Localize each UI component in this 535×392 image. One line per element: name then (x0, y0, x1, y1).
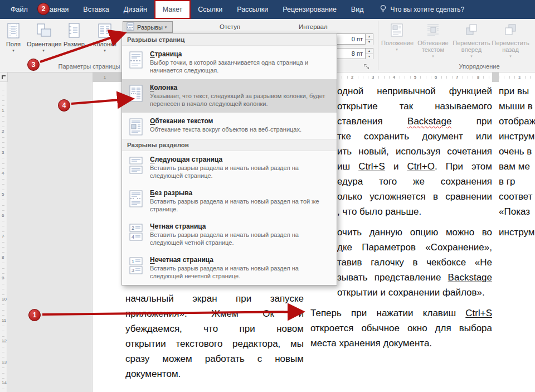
menu-item-title: Следующая страница (150, 156, 331, 163)
text-line: инструм (499, 129, 535, 144)
ruler-number: 5 (414, 75, 416, 80)
ruler-number: 11 (2, 318, 6, 323)
text-column-1: начальный экран при запускеприложения». … (125, 291, 304, 381)
menu-item-title: Страница (150, 50, 331, 58)
menu-item-text-wrapping-break[interactable]: Обтекание текстом Обтекание текста вокру… (122, 113, 337, 139)
breaks-menu: Разрывы страниц Страница Выбор точки, в … (121, 33, 337, 285)
menu-item-next-page-section[interactable]: Следующая страница Вставить разрыв разде… (122, 151, 337, 185)
odd-page-section-icon: 13 (127, 257, 145, 275)
tab-mailings[interactable]: Рассылки (230, 0, 275, 19)
menu-item-page-break[interactable]: Страница Выбор точки, в которой заканчив… (122, 46, 337, 79)
menu-section-header-section-breaks: Разрывы разделов (122, 139, 337, 151)
send-backward-button[interactable]: Переместить назад ▾ (492, 21, 529, 64)
tab-review[interactable]: Рецензирование (275, 0, 344, 19)
text-line: ить новый, используя сочетания (337, 144, 492, 159)
dropdown-caret-icon: ▾ (1, 49, 26, 52)
spin-down-button[interactable]: ▾ (366, 54, 373, 59)
spin-up-button[interactable]: ▴ (366, 34, 373, 39)
spin-down-button[interactable]: ▾ (366, 39, 373, 45)
columns-icon (88, 22, 121, 39)
even-page-section-icon: 24 (127, 223, 145, 242)
ruler-number: 1 (518, 75, 521, 80)
menu-item-column-break[interactable]: Колонка Указывает, что текст, следующий … (122, 79, 337, 113)
text-line: инструм (499, 225, 535, 240)
text-line: соответ (499, 189, 535, 204)
text-line: тавив галочку в чекбоксе «Не (337, 255, 492, 270)
text-line: зывать представление Backstage (337, 270, 492, 285)
text-column-2-lower: Теперь при нажатии клавиш Ctrl+Sоткроетс… (310, 306, 492, 351)
menu-item-odd-page-section[interactable]: 13 Нечетная страница Вставить разрыв раз… (122, 251, 337, 285)
text-line: документом. (125, 366, 304, 381)
ruler-number: 3 (372, 75, 374, 80)
menu-item-title: Нечетная страница (150, 256, 331, 264)
tell-me-box[interactable]: Что вы хотите сделать? (380, 0, 464, 19)
menu-item-title: Колонка (150, 84, 331, 91)
ruler-number: 7 (456, 75, 458, 80)
dropdown-caret-icon: ▾ (492, 54, 529, 58)
page-break-icon (126, 22, 135, 32)
text-line: убеждаемся, что при новом (125, 321, 304, 336)
tab-stop-selector-icon[interactable] (2, 75, 6, 79)
dropdown-caret-icon: ▾ (381, 47, 412, 51)
text-line: иш Ctrl+S и Ctrl+O. При этом (337, 159, 492, 174)
columns-button[interactable]: Колонки ▾ (88, 21, 121, 64)
vertical-ruler[interactable]: 1234567891011121314 (0, 82, 7, 392)
paragraph-dialog-launcher-icon[interactable] (363, 62, 370, 69)
tab-design[interactable]: Дизайн (116, 0, 154, 19)
ruler-column-zone (310, 72, 492, 82)
text-line: олько усложняется в сравнении (337, 189, 492, 204)
margins-icon (1, 22, 26, 39)
menu-item-continuous-section[interactable]: Без разрыва Вставить разрыв раздела и на… (122, 185, 337, 218)
tab-home[interactable]: Главная (35, 0, 76, 19)
margins-button[interactable]: Поля ▾ (1, 21, 26, 64)
text-column-2-upper: одной непривычной функциейоткрытие так н… (337, 84, 492, 300)
page-break-icon (127, 51, 145, 70)
ruler-number: 13 (2, 360, 7, 365)
wrap-text-button[interactable]: Обтекание текстом ▾ (415, 21, 451, 64)
text-line: Теперь при нажатии клавиш Ctrl+S (310, 306, 492, 321)
spacing-section-label: Интервал (299, 23, 328, 30)
tab-view[interactable]: Вид (344, 0, 371, 19)
ruler-number: 8 (477, 75, 479, 80)
tab-references[interactable]: Ссылки (191, 0, 230, 19)
position-button[interactable]: Положение ▾ (381, 21, 412, 64)
ruler-number: 12 (2, 338, 7, 343)
orientation-button[interactable]: Ориентация ▾ (27, 21, 60, 64)
text-line: одной непривычной функцией (337, 84, 492, 99)
menu-item-desc: Указывает, что текст, следующий за разры… (150, 93, 331, 108)
menu-item-desc: Вставить разрыв раздела и начать новый р… (150, 164, 331, 180)
text-line: очить данную опцию можно во (337, 225, 492, 240)
text-line: открытии и сохранении файлов». (337, 285, 492, 300)
column-break-icon (127, 84, 145, 103)
tab-layout[interactable]: Макет (154, 0, 191, 19)
text-line: мыши в (499, 99, 535, 114)
spin-up-button[interactable]: ▴ (366, 49, 373, 54)
send-backward-icon (492, 22, 529, 38)
menu-item-desc: Вставить разрыв раздела и начать новый р… (150, 198, 331, 213)
tell-me-label: Что вы хотите сделать? (390, 6, 464, 13)
bring-forward-icon (453, 22, 490, 38)
text-wrap-break-icon (127, 118, 145, 137)
ruler-number: 1 (2, 108, 4, 113)
ribbon-tab-bar: Файл Главная Вставка Дизайн Макет Ссылки… (0, 0, 535, 19)
breaks-button[interactable]: Разрывы ▾ (123, 21, 173, 33)
lightbulb-icon (380, 4, 387, 14)
ruler-number: 6 (2, 213, 4, 218)
tab-file[interactable]: Файл (3, 0, 35, 19)
text-line: очень в (499, 144, 535, 159)
size-button[interactable]: Размер ▾ (61, 21, 87, 64)
bring-forward-button[interactable]: Переместить вперед ▾ (453, 21, 490, 64)
text-line: приложения». Жмем Ок и (125, 306, 304, 321)
menu-item-even-page-section[interactable]: 24 Четная страница Вставить разрыв разде… (122, 218, 337, 251)
dropdown-caret-icon: ▾ (165, 25, 167, 30)
tab-insert[interactable]: Вставка (76, 0, 116, 19)
ruler-number: 3 (2, 150, 4, 155)
dropdown-caret-icon: ▾ (88, 49, 121, 52)
text-line: вам ме (499, 159, 535, 174)
arrange-group-label: Упорядочение (430, 63, 528, 70)
text-line: «Показ (499, 204, 535, 219)
svg-text:2: 2 (132, 225, 134, 231)
orientation-icon (27, 22, 60, 39)
ruler-gutter-zone (492, 72, 499, 82)
menu-item-title: Обтекание текстом (150, 117, 331, 125)
